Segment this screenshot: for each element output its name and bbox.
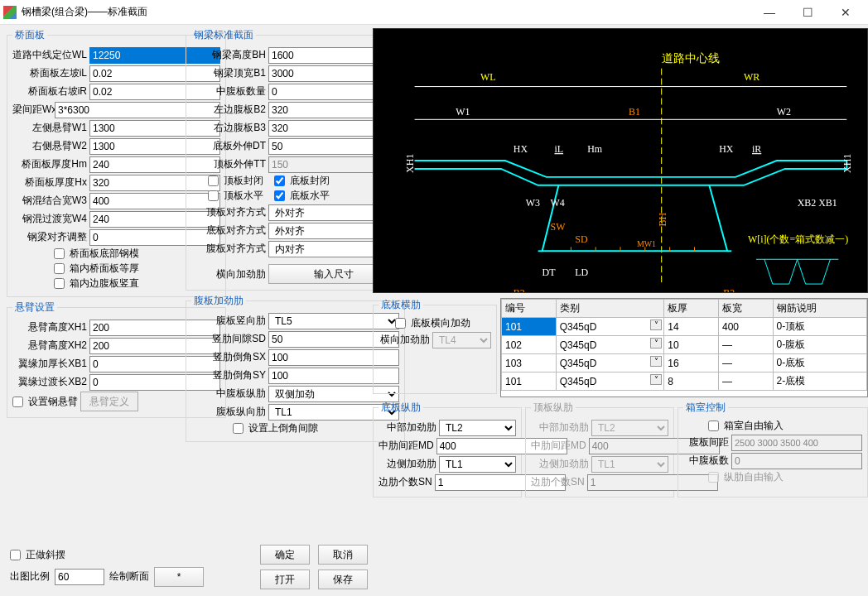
- botlong-mid-label: 中部加劲肋: [379, 421, 436, 435]
- svg-text:SD: SD: [575, 233, 588, 245]
- botlong-edge-select[interactable]: TL1: [439, 456, 516, 473]
- svg-text:HX: HX: [719, 143, 734, 155]
- toplong-sn-label: 边肋个数SN: [531, 475, 585, 489]
- chk-deck-vertweb[interactable]: [54, 278, 65, 289]
- w2-label: 右侧悬臂W2: [12, 139, 87, 153]
- chk-deck-steelform[interactable]: [54, 248, 65, 259]
- cancel-button[interactable]: 取消: [318, 545, 368, 565]
- box-websp-label: 腹板间距: [683, 435, 729, 449]
- section-legend: 钢梁标准截面: [191, 28, 256, 42]
- section-diagram: 道路中心线 WL WR W1 B1 W2 HX iL Hm HX iR: [373, 28, 868, 293]
- svg-text:W[i](个数=箱式数减一): W[i](个数=箱式数减一): [748, 233, 848, 245]
- dt-label: 底板外伸DT: [191, 139, 266, 153]
- chk-top-close-label: 顶板封闭: [224, 174, 263, 188]
- midweb-label: 中腹板数量: [191, 84, 266, 99]
- ir-label: 桥面板右坡iR: [12, 84, 87, 99]
- table-row[interactable]: 101Q345qD8—2-底模: [502, 372, 867, 391]
- toplong-edge-select: TL1: [591, 456, 668, 473]
- svg-text:W1: W1: [456, 106, 470, 118]
- chk-steel-cant-label: 设置钢悬臂: [28, 395, 78, 409]
- il-label: 桥面板左坡iL: [12, 66, 87, 80]
- svg-text:B1: B1: [629, 106, 640, 118]
- save-button[interactable]: 保存: [318, 570, 368, 589]
- titlebar: 钢槽梁(组合梁)——标准截面 — ☐ ✕: [0, 0, 868, 25]
- th-w: 板宽: [718, 300, 773, 318]
- svg-text:HX: HX: [514, 143, 528, 155]
- hm-label: 桥面板厚度Hm: [12, 157, 87, 171]
- deck-legend: 桥面板: [12, 28, 47, 42]
- w4-label: 钢混过渡宽W4: [12, 212, 87, 226]
- top-align-label: 顶板对齐方式: [191, 205, 266, 219]
- svg-text:WL: WL: [480, 71, 496, 83]
- svg-text:B2: B2: [514, 287, 525, 292]
- botlong-legend: 底板纵肋: [379, 401, 423, 415]
- svg-text:道路中心线: 道路中心线: [662, 52, 720, 65]
- botlong-sn-label: 边肋个数SN: [379, 475, 432, 489]
- svg-text:B2: B2: [723, 287, 735, 292]
- chk-bot-flat[interactable]: [274, 190, 285, 201]
- sx-label: 竖肋倒角SX: [191, 350, 266, 364]
- bot-trans-panel: 底板横肋 底板横向加劲 横向加劲肋TL4: [373, 298, 497, 394]
- box-websp-input: [731, 435, 862, 451]
- bh-label: 钢梁高度BH: [191, 48, 266, 62]
- ok-button[interactable]: 确定: [260, 545, 310, 565]
- toplong-mid-label: 中部加劲肋: [531, 421, 589, 435]
- box-midn-label: 中腹板数: [683, 454, 729, 468]
- th-cat: 类别: [556, 300, 664, 318]
- bot-align-label: 底板对齐方式: [191, 223, 266, 238]
- minimize-button[interactable]: —: [750, 0, 788, 25]
- toplong-mid-select: TL2: [591, 420, 668, 436]
- b2-label: 左边腹板B2: [191, 103, 266, 117]
- botlong-mid-select[interactable]: TL2: [439, 420, 516, 436]
- b3-label: 右边腹板B3: [191, 121, 266, 135]
- chk-top-chamfer-gap[interactable]: [233, 423, 244, 434]
- chk-skew[interactable]: [10, 550, 21, 560]
- close-button[interactable]: ✕: [827, 0, 865, 25]
- draw-section-button[interactable]: *: [154, 567, 204, 587]
- sd-label: 竖肋间隙SD: [191, 332, 266, 346]
- botlong-md-label: 中肋间距MD: [379, 439, 434, 453]
- svg-text:WR: WR: [744, 71, 760, 83]
- chk-box-free-label: 箱室自由输入: [724, 419, 784, 433]
- trans-stiff-label: 横向加劲肋: [191, 267, 266, 281]
- w1-label: 左侧悬臂W1: [12, 121, 87, 135]
- chk-deck-equalth[interactable]: [54, 263, 65, 274]
- w3-label: 钢混结合宽W3: [12, 194, 87, 208]
- svg-text:W4: W4: [551, 197, 565, 209]
- xh1-label: 悬臂高度XH1: [12, 320, 87, 334]
- plate-table-wrap[interactable]: 编号 类别 板厚 板宽 钢筋说明 101Q345qD144000-顶板102Q3…: [500, 298, 868, 397]
- svg-text:XH1: XH1: [404, 154, 416, 173]
- app-icon: [3, 6, 17, 19]
- chk-top-flat[interactable]: [208, 190, 219, 201]
- table-row[interactable]: 101Q345qD144000-顶板: [502, 318, 867, 336]
- align-label: 钢梁对齐调整: [12, 230, 87, 244]
- chk-box-free[interactable]: [708, 421, 719, 431]
- svg-text:XB2 XB1: XB2 XB1: [798, 197, 837, 209]
- chk-long-free-label: 纵肋自由输入: [724, 470, 784, 484]
- cant-legend: 悬臂设置: [12, 300, 57, 315]
- scale-label: 出图比例: [10, 570, 50, 584]
- scale-input[interactable]: [55, 569, 104, 585]
- table-row[interactable]: 103Q345qD16—0-底板: [502, 354, 867, 372]
- maximize-button[interactable]: ☐: [788, 0, 827, 25]
- svg-text:iL: iL: [555, 143, 564, 155]
- toplong-edge-label: 边侧加劲肋: [531, 457, 589, 471]
- window-title: 钢槽梁(组合梁)——标准截面: [22, 5, 750, 19]
- chk-bot-trans-label: 底板横向加劲: [411, 316, 470, 330]
- chk-steel-cant[interactable]: [12, 397, 23, 407]
- chk-deck-steelform-label: 桥面板底部钢模: [70, 247, 139, 261]
- plate-table[interactable]: 编号 类别 板厚 板宽 钢筋说明 101Q345qD144000-顶板102Q3…: [501, 299, 867, 391]
- box-control-panel: 箱室控制 箱室自由输入 腹板间距 中腹板数 纵肋自由输入: [678, 401, 868, 497]
- chk-top-close[interactable]: [208, 175, 219, 186]
- box-midn-input: [731, 453, 862, 469]
- draw-label: 绘制断面: [109, 570, 149, 584]
- toplong-legend: 顶板纵肋: [531, 401, 576, 415]
- svg-text:iR: iR: [752, 143, 761, 155]
- open-button[interactable]: 打开: [260, 570, 310, 589]
- table-row[interactable]: 102Q345qD10—0-腹板: [502, 336, 867, 354]
- chk-deck-equalth-label: 箱内桥面板等厚: [70, 262, 139, 276]
- chk-bot-trans[interactable]: [395, 318, 406, 329]
- weblong-label: 腹板纵向肋: [191, 405, 266, 419]
- chk-bot-close[interactable]: [274, 175, 285, 186]
- webstiff-legend: 腹板加劲肋: [191, 294, 246, 308]
